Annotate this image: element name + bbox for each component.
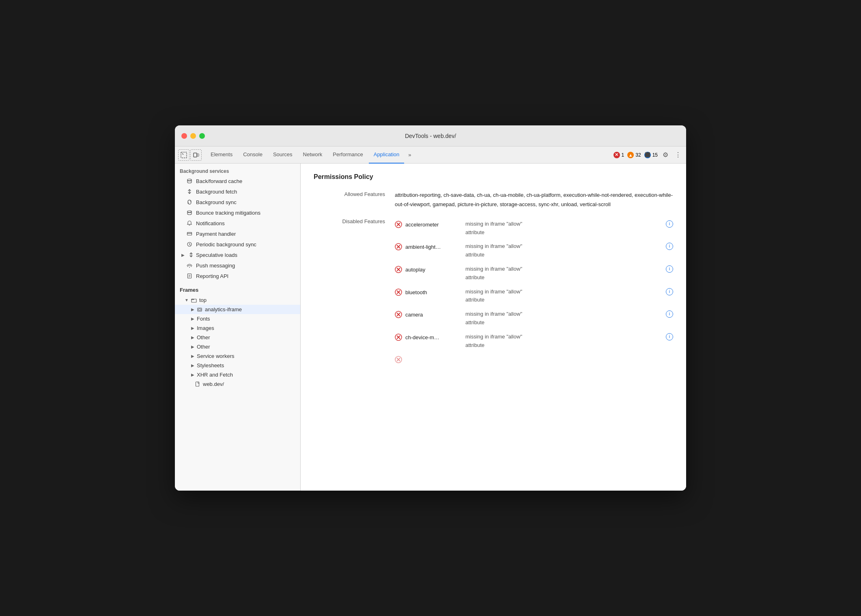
tab-network[interactable]: Network	[298, 146, 327, 164]
fonts-label: Fonts	[197, 316, 210, 322]
disabled-feature-name: camera	[405, 310, 462, 319]
frame-service-workers[interactable]: ▶ Service workers	[175, 351, 300, 361]
frames-title: Frames	[175, 284, 300, 295]
minimize-button[interactable]	[190, 133, 196, 139]
frame-other-2[interactable]: ▶ Other	[175, 342, 300, 351]
sidebar-item-payment-handler[interactable]: Payment handler	[175, 228, 300, 239]
sidebar-item-background-sync[interactable]: Background sync	[175, 197, 300, 207]
device-toggle-icon[interactable]	[190, 149, 202, 161]
bounce-tracking-icon	[186, 209, 193, 216]
frame-analytics-iframe[interactable]: ▶ analytics-iframe	[175, 305, 300, 314]
disabled-feature-error-icon	[395, 333, 402, 345]
disabled-feature-name: bluetooth	[405, 288, 462, 297]
frame-other-1[interactable]: ▶ Other	[175, 333, 300, 342]
frame-xhr-fetch[interactable]: ▶ XHR and Fetch	[175, 370, 300, 379]
webdev-label: web.dev/	[203, 381, 224, 387]
sidebar-item-periodic-bg-sync[interactable]: Periodic background sync	[175, 239, 300, 250]
info-link-icon[interactable]: i	[666, 310, 673, 318]
tab-application[interactable]: Application	[369, 146, 405, 164]
disabled-feature-accelerometer: accelerometer missing in iframe "allow" …	[395, 218, 673, 239]
reporting-api-icon	[186, 273, 193, 279]
inspect-icon[interactable]	[178, 149, 189, 161]
notifications-icon	[186, 220, 193, 226]
frame-webdev[interactable]: web.dev/	[175, 379, 300, 389]
warning-badge[interactable]: ▲ 32	[627, 152, 641, 158]
frame-images[interactable]: ▶ Images	[175, 323, 300, 333]
disabled-feature-autoplay: autoplay missing in iframe "allow" attri…	[395, 263, 673, 284]
sidebar-item-speculative-loads[interactable]: ▶ Speculative loads	[175, 250, 300, 260]
svg-rect-18	[196, 382, 199, 386]
maximize-button[interactable]	[199, 133, 205, 139]
more-tabs-button[interactable]: »	[405, 150, 414, 159]
disabled-feature-name: ch-device-m…	[405, 333, 462, 342]
disabled-feature-error-icon	[395, 265, 402, 277]
payment-handler-icon	[186, 230, 193, 237]
devtools-window: DevTools - web.dev/ E	[175, 125, 686, 491]
frame-top[interactable]: ▼ top	[175, 295, 300, 305]
settings-icon[interactable]: ⚙	[661, 149, 670, 160]
toolbar: Elements Console Sources Network Perform…	[175, 146, 686, 164]
devtools-body: Elements Console Sources Network Perform…	[175, 146, 686, 491]
sidebar-item-label: Back/forward cache	[196, 178, 242, 184]
disabled-feature-reason: missing in iframe "allow" attribute	[465, 242, 663, 259]
disabled-feature-reason: missing in iframe "allow" attribute	[465, 310, 663, 327]
disabled-feature-reason: missing in iframe "allow" attribute	[465, 265, 663, 282]
disabled-features-value: accelerometer missing in iframe "allow" …	[395, 218, 673, 370]
sidebar-item-label: Bounce tracking mitigations	[196, 210, 260, 216]
tab-console[interactable]: Console	[238, 146, 267, 164]
info-icon: ⬛	[644, 152, 651, 158]
info-link-icon[interactable]: i	[666, 333, 673, 340]
info-link-icon[interactable]: i	[666, 220, 673, 228]
svg-rect-17	[198, 309, 201, 310]
disabled-feature-error-icon	[395, 310, 402, 322]
frames-section: Frames ▼ top ▶	[175, 284, 300, 389]
frame-top-label: top	[199, 297, 207, 303]
other2-label: Other	[197, 344, 210, 350]
frame-stylesheets[interactable]: ▶ Stylesheets	[175, 361, 300, 370]
more-options-icon[interactable]: ⋮	[673, 149, 683, 160]
info-badge[interactable]: ⬛ 15	[644, 152, 658, 158]
close-button[interactable]	[181, 133, 187, 139]
info-link-icon[interactable]: i	[666, 265, 673, 273]
svg-rect-2	[197, 154, 199, 156]
sidebar: Background services Back/forward cache	[175, 164, 301, 491]
error-icon: ✕	[613, 152, 620, 158]
info-link-icon[interactable]: i	[666, 288, 673, 295]
sidebar-item-label: Push messaging	[196, 263, 235, 269]
disabled-feature-reason: missing in iframe "allow" attribute	[465, 288, 663, 305]
tab-elements[interactable]: Elements	[206, 146, 237, 164]
expand-arrow-css: ▶	[191, 363, 194, 368]
expand-arrow-sw: ▶	[191, 354, 194, 358]
frame-fonts[interactable]: ▶ Fonts	[175, 314, 300, 323]
svg-point-5	[187, 211, 192, 212]
periodic-bg-sync-icon	[186, 241, 193, 248]
expand-arrow-other1: ▶	[191, 335, 194, 340]
stylesheets-label: Stylesheets	[197, 362, 224, 368]
disabled-feature-error-icon	[395, 288, 402, 300]
allowed-features-value: attribution-reporting, ch-save-data, ch-…	[395, 190, 673, 209]
window-title: DevTools - web.dev/	[405, 133, 456, 139]
expand-arrow-xhr: ▶	[191, 373, 194, 377]
sidebar-item-label: Reporting API	[196, 273, 228, 279]
disabled-features-row: Disabled Features	[314, 218, 673, 370]
error-badge[interactable]: ✕ 1	[613, 152, 624, 158]
sidebar-item-background-fetch[interactable]: Background fetch	[175, 186, 300, 197]
collapse-arrow-icon: ▼	[185, 298, 189, 302]
sidebar-item-reporting-api[interactable]: Reporting API	[175, 271, 300, 281]
info-link-icon[interactable]: i	[666, 243, 673, 250]
disabled-features-label: Disabled Features	[314, 218, 395, 370]
disabled-feature-ch-device: ch-device-m… missing in iframe "allow" a…	[395, 330, 673, 352]
background-sync-icon	[186, 199, 193, 205]
traffic-lights	[181, 133, 205, 139]
sidebar-item-bounce-tracking[interactable]: Bounce tracking mitigations	[175, 207, 300, 218]
tab-performance[interactable]: Performance	[328, 146, 368, 164]
expand-arrow-other2: ▶	[191, 345, 194, 349]
file-icon	[195, 381, 200, 387]
sidebar-item-push-messaging[interactable]: Push messaging	[175, 260, 300, 271]
expand-arrow-icon: ▶	[181, 253, 186, 257]
sidebar-item-back-forward-cache[interactable]: Back/forward cache	[175, 176, 300, 186]
xhr-label: XHR and Fetch	[197, 372, 233, 378]
sidebar-item-notifications[interactable]: Notifications	[175, 218, 300, 228]
disabled-feature-error-icon	[395, 243, 402, 254]
tab-sources[interactable]: Sources	[268, 146, 297, 164]
